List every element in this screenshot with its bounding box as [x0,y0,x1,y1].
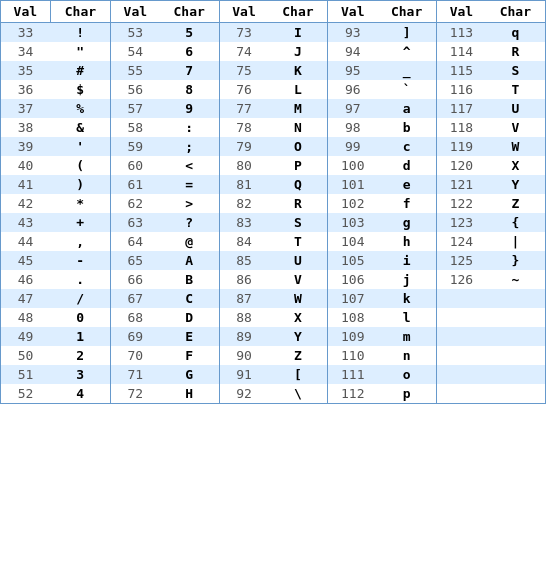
table-row: 41)61=81Q101e121Y [1,175,546,194]
cell-val-10-1: 63 [111,213,160,232]
cell-char-14-2: W [268,289,328,308]
cell-val-14-3: 107 [328,289,377,308]
cell-val-15-2: 88 [219,308,268,327]
table-row: 51371G91[111o [1,365,546,384]
cell-val-7-4: 120 [437,156,486,175]
cell-val-14-0: 47 [1,289,51,308]
cell-char-1-3: ^ [377,42,437,61]
cell-char-2-4: S [486,61,546,80]
cell-char-19-4 [486,384,546,404]
cell-val-17-1: 70 [111,346,160,365]
cell-char-16-2: Y [268,327,328,346]
cell-char-14-0: / [50,289,110,308]
cell-val-19-0: 52 [1,384,51,404]
cell-char-15-0: 0 [50,308,110,327]
header-char-1: Char [50,1,110,23]
cell-val-9-4: 122 [437,194,486,213]
cell-val-4-2: 77 [219,99,268,118]
cell-char-15-2: X [268,308,328,327]
cell-char-9-0: * [50,194,110,213]
table-row: 38&58:78N98b118V [1,118,546,137]
cell-val-13-1: 66 [111,270,160,289]
cell-val-12-3: 105 [328,251,377,270]
cell-val-17-4 [437,346,486,365]
cell-val-1-4: 114 [437,42,486,61]
cell-char-5-1: : [160,118,220,137]
cell-val-17-0: 50 [1,346,51,365]
cell-char-16-3: m [377,327,437,346]
cell-val-7-0: 40 [1,156,51,175]
cell-char-7-1: < [160,156,220,175]
cell-char-5-2: N [268,118,328,137]
cell-val-1-0: 34 [1,42,51,61]
header-val-1: Val [1,1,51,23]
cell-char-8-1: = [160,175,220,194]
cell-val-17-2: 90 [219,346,268,365]
cell-char-5-3: b [377,118,437,137]
cell-val-14-2: 87 [219,289,268,308]
cell-val-0-2: 73 [219,23,268,43]
cell-val-10-0: 43 [1,213,51,232]
cell-char-13-3: j [377,270,437,289]
cell-val-11-1: 64 [111,232,160,251]
cell-char-1-2: J [268,42,328,61]
cell-char-2-2: K [268,61,328,80]
cell-val-2-0: 35 [1,61,51,80]
cell-char-13-2: V [268,270,328,289]
cell-char-8-2: Q [268,175,328,194]
cell-char-1-0: " [50,42,110,61]
cell-val-13-2: 86 [219,270,268,289]
cell-char-0-3: ] [377,23,437,43]
cell-char-1-1: 6 [160,42,220,61]
cell-char-11-2: T [268,232,328,251]
cell-val-14-1: 67 [111,289,160,308]
cell-val-18-2: 91 [219,365,268,384]
cell-char-10-2: S [268,213,328,232]
cell-char-4-2: M [268,99,328,118]
cell-val-0-1: 53 [111,23,160,43]
cell-val-10-2: 83 [219,213,268,232]
cell-val-9-3: 102 [328,194,377,213]
table-row: 35#55775K95_115S [1,61,546,80]
cell-val-19-4 [437,384,486,404]
table-body: 33!53573I93]113q34"54674J94^114R35#55775… [1,23,546,404]
cell-val-5-2: 78 [219,118,268,137]
cell-char-18-1: G [160,365,220,384]
cell-val-15-3: 108 [328,308,377,327]
cell-val-8-3: 101 [328,175,377,194]
cell-val-18-4 [437,365,486,384]
cell-val-16-4 [437,327,486,346]
cell-val-4-3: 97 [328,99,377,118]
cell-val-16-1: 69 [111,327,160,346]
cell-val-9-2: 82 [219,194,268,213]
cell-char-12-1: A [160,251,220,270]
cell-val-8-0: 41 [1,175,51,194]
cell-char-17-3: n [377,346,437,365]
header-char-3: Char [268,1,328,23]
cell-char-9-3: f [377,194,437,213]
cell-char-0-1: 5 [160,23,220,43]
cell-val-17-3: 110 [328,346,377,365]
cell-val-2-2: 75 [219,61,268,80]
cell-char-2-1: 7 [160,61,220,80]
cell-val-8-4: 121 [437,175,486,194]
cell-val-11-0: 44 [1,232,51,251]
cell-char-18-2: [ [268,365,328,384]
cell-val-12-2: 85 [219,251,268,270]
cell-char-4-4: U [486,99,546,118]
cell-char-6-0: ' [50,137,110,156]
cell-char-13-1: B [160,270,220,289]
cell-char-6-1: ; [160,137,220,156]
cell-char-0-2: I [268,23,328,43]
cell-char-17-1: F [160,346,220,365]
cell-val-16-3: 109 [328,327,377,346]
cell-char-11-4: | [486,232,546,251]
cell-val-0-3: 93 [328,23,377,43]
cell-val-12-0: 45 [1,251,51,270]
cell-val-5-0: 38 [1,118,51,137]
cell-val-15-1: 68 [111,308,160,327]
cell-char-7-3: d [377,156,437,175]
cell-char-8-3: e [377,175,437,194]
cell-val-13-4: 126 [437,270,486,289]
cell-val-18-3: 111 [328,365,377,384]
